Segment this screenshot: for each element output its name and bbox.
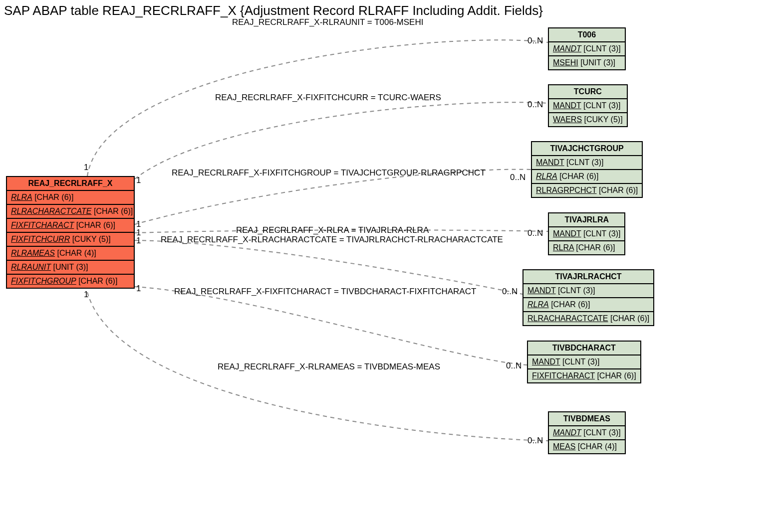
- entity-header: T006: [549, 28, 625, 42]
- cardinality-right: 0..N: [527, 100, 543, 110]
- entity-field: RLRA [CHAR (6)]: [532, 170, 642, 184]
- relation-label: REAJ_RECRLRAFF_X-RLRAUNIT = T006-MSEHI: [232, 17, 423, 27]
- entity-field: MANDT [CLNT (3)]: [549, 227, 624, 241]
- relation-label: REAJ_RECRLRAFF_X-FIXFITCHGROUP = TIVAJCH…: [172, 168, 486, 178]
- cardinality-right: 0..N: [506, 361, 521, 371]
- entity-field: MEAS [CHAR (4)]: [549, 440, 625, 453]
- cardinality-left: 1: [136, 176, 141, 185]
- entity-source-header: REAJ_RECRLRAFF_X: [7, 177, 134, 191]
- entity-header: TIVAJRLRACHCT: [523, 270, 653, 284]
- entity-field: MANDT [CLNT (3)]: [549, 42, 625, 56]
- entity-t006: T006 MANDT [CLNT (3)] MSEHI [UNIT (3)]: [548, 27, 626, 70]
- entity-tivajrlrachct: TIVAJRLRACHCT MANDT [CLNT (3)] RLRA [CHA…: [522, 269, 654, 326]
- page-title: SAP ABAP table REAJ_RECRLRAFF_X {Adjustm…: [4, 3, 543, 18]
- entity-tcurc: TCURC MANDT [CLNT (3)] WAERS [CUKY (5)]: [548, 84, 628, 127]
- entity-source: REAJ_RECRLRAFF_X RLRA [CHAR (6)] RLRACHA…: [6, 176, 135, 289]
- entity-field: RLRA [CHAR (6)]: [549, 241, 624, 254]
- cardinality-left: 1: [136, 236, 141, 246]
- relation-label: REAJ_RECRLRAFF_X-FIXFITCHCURR = TCURC-WA…: [215, 93, 441, 103]
- entity-header: TIVBDCHARACT: [528, 342, 640, 355]
- entity-field: MANDT [CLNT (3)]: [528, 355, 640, 369]
- entity-field: MANDT [CLNT (3)]: [532, 156, 642, 170]
- entity-tivbdcharact: TIVBDCHARACT MANDT [CLNT (3)] FIXFITCHAR…: [527, 341, 641, 383]
- entity-field: RLRAGRPCHCT [CHAR (6)]: [532, 184, 642, 197]
- entity-field: WAERS [CUKY (5)]: [549, 113, 627, 126]
- entity-field: FIXFITCHARACT [CHAR (6)]: [528, 369, 640, 382]
- entity-tivajrlra: TIVAJRLRA MANDT [CLNT (3)] RLRA [CHAR (6…: [548, 212, 625, 255]
- relation-label: REAJ_RECRLRAFF_X-RLRACHARACTCATE = TIVAJ…: [161, 235, 503, 245]
- entity-field: RLRAUNIT [UNIT (3)]: [7, 261, 134, 275]
- cardinality-right: 0..N: [527, 36, 543, 46]
- cardinality-left: 1: [84, 163, 88, 173]
- entity-field: FIXFITCHARACT [CHAR (6)]: [7, 219, 134, 233]
- entity-field: RLRA [CHAR (6)]: [7, 191, 134, 205]
- entity-header: TIVAJRLRA: [549, 213, 624, 227]
- cardinality-right: 0..N: [527, 436, 543, 446]
- entity-header: TIVAJCHCTGROUP: [532, 142, 642, 156]
- cardinality-right: 0..N: [527, 228, 543, 238]
- entity-field: MANDT [CLNT (3)]: [523, 284, 653, 298]
- relation-label: REAJ_RECRLRAFF_X-RLRAMEAS = TIVBDMEAS-ME…: [218, 362, 440, 372]
- entity-field: FIXFITCHGROUP [CHAR (6)]: [7, 275, 134, 288]
- entity-field: MANDT [CLNT (3)]: [549, 426, 625, 440]
- entity-field: RLRACHARACTCATE [CHAR (6)]: [523, 312, 653, 325]
- cardinality-left: 1: [136, 284, 141, 294]
- entity-field: MSEHI [UNIT (3)]: [549, 56, 625, 69]
- cardinality-right: 0..N: [502, 287, 518, 297]
- entity-field: RLRAMEAS [CHAR (4)]: [7, 247, 134, 261]
- cardinality-left: 1: [84, 290, 88, 300]
- entity-field: FIXFITCHCURR [CUKY (5)]: [7, 233, 134, 247]
- entity-header: TIVBDMEAS: [549, 412, 625, 426]
- entity-header: TCURC: [549, 85, 627, 99]
- relation-label: REAJ_RECRLRAFF_X-RLRA = TIVAJRLRA-RLRA: [236, 225, 429, 235]
- entity-field: RLRA [CHAR (6)]: [523, 298, 653, 312]
- entity-field: RLRACHARACTCATE [CHAR (6)]: [7, 205, 134, 219]
- entity-tivbdmeas: TIVBDMEAS MANDT [CLNT (3)] MEAS [CHAR (4…: [548, 411, 626, 454]
- entity-tivajchctgroup: TIVAJCHCTGROUP MANDT [CLNT (3)] RLRA [CH…: [531, 141, 643, 198]
- cardinality-right: 0..N: [510, 173, 525, 182]
- entity-field: MANDT [CLNT (3)]: [549, 99, 627, 113]
- relation-label: REAJ_RECRLRAFF_X-FIXFITCHARACT = TIVBDCH…: [174, 287, 476, 297]
